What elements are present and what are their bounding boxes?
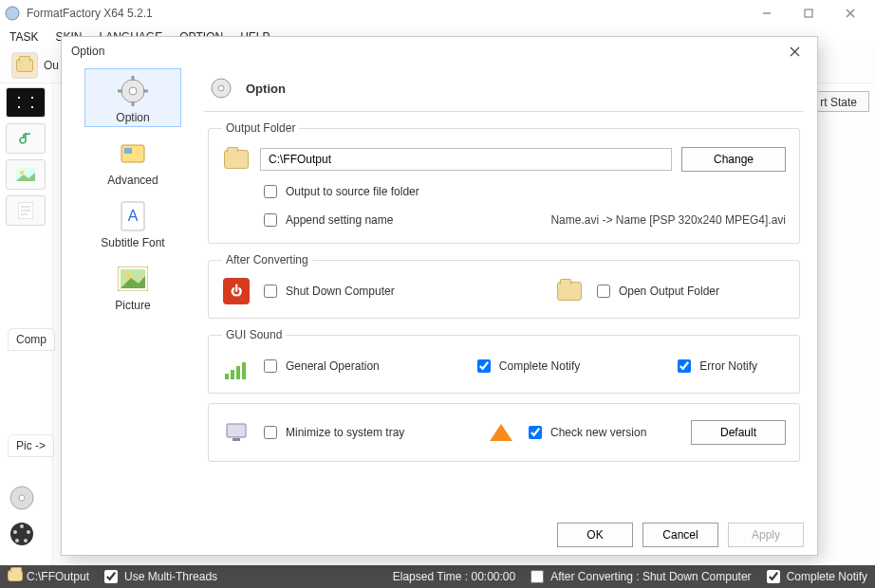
sound-bars-icon — [222, 353, 251, 379]
folder-icon — [8, 570, 23, 584]
sidebar-reel-icon[interactable] — [8, 520, 36, 551]
svg-point-0 — [6, 7, 19, 20]
folder-icon — [222, 146, 251, 173]
svg-point-27 — [129, 87, 137, 95]
folder-icon — [11, 52, 38, 79]
svg-point-11 — [20, 171, 24, 175]
nav-advanced[interactable]: Advanced — [85, 132, 180, 189]
check-version-checkbox[interactable]: Check new version — [525, 423, 646, 442]
append-example: Name.avi -> Name [PSP 320x240 MPEG4].avi — [550, 213, 786, 227]
content-heading-text: Option — [246, 82, 286, 96]
svg-rect-41 — [227, 424, 246, 437]
status-afterconv-checkbox[interactable]: After Converting : Shut Down Computer — [527, 567, 751, 586]
status-output-path-text: C:\FFOutput — [27, 570, 89, 583]
open-output-checkbox[interactable]: Open Output Folder — [593, 282, 719, 301]
append-setting-checkbox[interactable]: Append setting name — [260, 211, 393, 230]
error-notify-checkbox[interactable]: Error Notify — [674, 357, 757, 376]
app-icon — [4, 5, 21, 22]
default-button[interactable]: Default — [691, 420, 786, 445]
dialog-footer: OK Cancel Apply — [557, 523, 804, 547]
toolbar-output-label: Ou — [44, 59, 59, 72]
minimize-tray-checkbox[interactable]: Minimize to system tray — [260, 423, 404, 442]
sidebar-video-icon[interactable] — [6, 87, 46, 118]
output-to-source-label: Output to source file folder — [286, 185, 419, 198]
nav-advanced-label: Advanced — [85, 174, 180, 187]
complete-notify-input[interactable] — [477, 359, 491, 373]
svg-point-38 — [125, 273, 131, 279]
picture-icon — [115, 261, 151, 297]
shutdown-label: Shut Down Computer — [286, 285, 395, 298]
output-to-source-input[interactable] — [264, 185, 277, 198]
folder-icon — [555, 278, 584, 304]
menu-task[interactable]: TASK — [9, 30, 38, 44]
minimize-button[interactable] — [746, 0, 788, 27]
group-gui-sound: GUI Sound General Operation Complete Not… — [208, 328, 800, 394]
minimize-tray-input[interactable] — [264, 426, 277, 439]
gui-sound-legend: GUI Sound — [222, 328, 286, 341]
status-afterconv-label: After Converting : Shut Down Computer — [550, 570, 751, 583]
svg-point-40 — [218, 85, 224, 91]
status-multithreads-checkbox[interactable]: Use Multi-Threads — [101, 567, 217, 586]
status-output-path[interactable]: C:\FFOutput — [8, 570, 89, 584]
open-output-input[interactable] — [597, 285, 610, 298]
check-version-input[interactable] — [529, 426, 542, 439]
nav-subtitle-font[interactable]: A Subtitle Font — [85, 194, 180, 251]
change-button[interactable]: Change — [681, 147, 786, 172]
append-setting-label: Append setting name — [286, 213, 393, 227]
general-op-input[interactable] — [264, 359, 277, 373]
status-multithreads-input[interactable] — [104, 570, 118, 583]
nav-option[interactable]: Option — [85, 69, 180, 126]
status-complete-notify-checkbox[interactable]: Complete Notify — [763, 567, 867, 586]
gear-icon — [115, 73, 151, 109]
error-notify-input[interactable] — [678, 359, 691, 373]
group-after-converting: After Converting ⏻ Shut Down Computer Op… — [208, 253, 800, 319]
dialog-title: Option — [71, 45, 781, 58]
svg-rect-6 — [18, 97, 20, 99]
complete-notify-label: Complete Notify — [499, 359, 580, 373]
shutdown-checkbox[interactable]: Shut Down Computer — [260, 282, 395, 301]
sidebar-audio-icon[interactable] — [6, 123, 46, 154]
content-heading: Option — [204, 71, 804, 112]
font-icon: A — [115, 198, 151, 234]
complete-notify-checkbox[interactable]: Complete Notify — [474, 357, 580, 376]
general-op-checkbox[interactable]: General Operation — [260, 357, 380, 376]
sidebar-image-icon[interactable] — [6, 159, 46, 190]
check-version-label: Check new version — [550, 426, 646, 439]
advanced-icon — [115, 136, 151, 172]
general-op-label: General Operation — [286, 359, 380, 373]
svg-text:A: A — [128, 208, 139, 224]
ok-button[interactable]: OK — [557, 523, 633, 547]
output-path-input[interactable] — [260, 148, 672, 171]
toolbar-output[interactable]: Ou — [6, 52, 65, 79]
dialog-close-button[interactable] — [781, 38, 808, 64]
nav-picture[interactable]: Picture — [85, 257, 180, 314]
power-icon: ⏻ — [222, 278, 251, 304]
sidebar-disc-icon[interactable] — [8, 484, 36, 515]
cancel-button[interactable]: Cancel — [642, 523, 718, 547]
svg-point-20 — [27, 530, 30, 534]
nav-picture-label: Picture — [85, 299, 180, 312]
maximize-button[interactable] — [788, 0, 829, 27]
svg-rect-42 — [233, 438, 240, 441]
close-button[interactable] — [829, 0, 871, 27]
output-to-source-checkbox[interactable]: Output to source file folder — [260, 182, 419, 201]
apply-button[interactable]: Apply — [728, 523, 804, 547]
status-multithreads-label: Use Multi-Threads — [124, 570, 217, 583]
sidebar-document-icon[interactable] — [6, 195, 46, 226]
nav-subtitle-label: Subtitle Font — [85, 236, 180, 249]
status-afterconv-input[interactable] — [531, 570, 544, 583]
group-output-folder: Output Folder Change Output to source fi… — [208, 121, 800, 244]
svg-rect-33 — [124, 148, 132, 154]
status-elapsed: Elapsed Time : 00:00:00 — [393, 570, 515, 583]
group-misc: Minimize to system tray Check new versio… — [208, 403, 800, 462]
sidebar-pic-label[interactable]: Pic -> — [8, 434, 54, 457]
output-folder-legend: Output Folder — [222, 121, 299, 135]
status-complete-notify-input[interactable] — [767, 570, 780, 583]
open-output-label: Open Output Folder — [619, 285, 719, 298]
after-converting-legend: After Converting — [222, 253, 312, 266]
sidebar-compute-label[interactable]: Comp — [8, 328, 55, 351]
shutdown-input[interactable] — [264, 285, 277, 298]
minimize-tray-label: Minimize to system tray — [286, 426, 404, 439]
status-complete-notify-label: Complete Notify — [787, 570, 867, 583]
append-setting-input[interactable] — [264, 213, 277, 227]
